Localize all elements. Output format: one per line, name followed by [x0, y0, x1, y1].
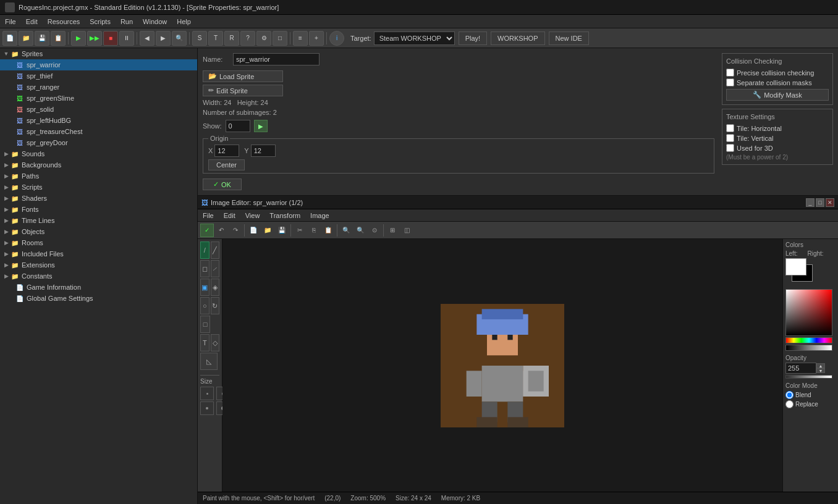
ie-new-btn[interactable]: 📄 — [247, 224, 260, 237]
tree-item-spr-warrior[interactable]: 🖼 spr_warrior — [0, 59, 197, 70]
sprite-name-input[interactable] — [233, 53, 320, 65]
hue-slider[interactable] — [785, 337, 832, 343]
size-dot-4[interactable] — [200, 401, 214, 415]
tree-globalgame[interactable]: 📄 Global Game Settings — [0, 293, 197, 304]
tree-item-spr-thief[interactable]: 🖼 spr_thief — [0, 70, 197, 82]
target-select[interactable]: Steam WORKSHOP — [374, 32, 455, 45]
fill-tool[interactable]: ▣ — [200, 279, 210, 296]
close-button[interactable]: ✕ — [826, 198, 834, 207]
ok-button[interactable]: ✓ OK — [203, 178, 242, 190]
rect-btn[interactable]: □ — [273, 31, 287, 46]
ref-btn[interactable]: R — [224, 31, 239, 46]
script-btn[interactable]: S — [192, 31, 207, 46]
menu-run[interactable]: Run — [116, 15, 138, 28]
ie-open-btn[interactable]: 📁 — [261, 224, 274, 237]
tree-constants-folder[interactable]: ▶ 📁 Constants — [0, 271, 197, 282]
minimize-button[interactable]: _ — [806, 198, 815, 207]
run-btn[interactable]: ▶ — [71, 31, 86, 46]
tree-item-spr-ranger[interactable]: 🖼 spr_ranger — [0, 82, 197, 93]
ie-undo-btn[interactable]: ↶ — [214, 224, 228, 237]
tree-rooms-folder[interactable]: ▶ 📁 Rooms — [0, 237, 197, 248]
tree-item-spr-lefthud[interactable]: 🖼 spr_leftHudBG — [0, 115, 197, 126]
tree-item-spr-greenslime[interactable]: 🖼 spr_greenSlime — [0, 93, 197, 104]
back-btn[interactable]: ◀ — [140, 31, 154, 46]
settings-btn[interactable]: ⚙ — [256, 31, 271, 46]
save-btn[interactable]: 💾 — [35, 31, 49, 46]
replace-radio[interactable] — [785, 400, 794, 408]
tree-included-folder[interactable]: ▶ 📁 Included Files — [0, 248, 197, 259]
opacity-input[interactable] — [785, 363, 816, 374]
ie-confirm-btn[interactable]: ✓ — [200, 224, 214, 237]
tree-paths-folder[interactable]: ▶ 📁 Paths — [0, 170, 197, 182]
opacity-bar[interactable] — [785, 375, 832, 379]
ie-menu-edit[interactable]: Edit — [219, 209, 240, 221]
modify-mask-button[interactable]: 🔧 Modify Mask — [726, 89, 829, 101]
add-btn[interactable]: + — [309, 31, 324, 46]
ie-zoom-reset-btn[interactable]: ⊙ — [368, 224, 381, 237]
diamond-tool[interactable]: ◇ — [211, 334, 220, 351]
precise-collision-checkbox[interactable] — [726, 69, 734, 77]
ie-save-btn[interactable]: 💾 — [275, 224, 289, 237]
ie-cut-btn[interactable]: ✂ — [293, 224, 307, 237]
forward-btn[interactable]: ▶ — [156, 31, 171, 46]
new-btn[interactable]: 📄 — [2, 31, 17, 46]
tile-vertical-checkbox[interactable] — [726, 134, 734, 142]
tree-fonts-folder[interactable]: ▶ 📁 Fonts — [0, 204, 197, 215]
menu-help[interactable]: Help — [172, 15, 196, 28]
show-input[interactable] — [226, 120, 250, 132]
ie-menu-file[interactable]: File — [198, 209, 219, 221]
edit-sprite-button[interactable]: ✏ Edit Sprite — [203, 85, 283, 96]
ie-menu-view[interactable]: View — [240, 209, 265, 221]
tree-item-spr-treasure[interactable]: 🖼 spr_treasureChest — [0, 126, 197, 137]
text-btn[interactable]: T — [208, 31, 223, 46]
play-button[interactable]: Play! — [459, 32, 487, 45]
search-btn[interactable]: 🔍 — [172, 31, 187, 46]
ie-paste-btn[interactable]: 📋 — [321, 224, 335, 237]
run-debug-btn[interactable]: ▶▶ — [87, 31, 102, 46]
ie-extra-btn[interactable] — [211, 316, 219, 329]
menu-file[interactable]: File — [0, 15, 21, 28]
ie-zoom-out-btn[interactable]: 🔍 — [353, 224, 367, 237]
line-tool[interactable]: ╱ — [211, 242, 220, 259]
newide-button[interactable]: New IDE — [549, 32, 589, 45]
help-btn[interactable]: ? — [240, 31, 255, 46]
ie-redo-btn[interactable]: ↷ — [229, 224, 242, 237]
tree-backgrounds-folder[interactable]: ▶ 📁 Backgrounds — [0, 159, 197, 170]
erase-tool[interactable]: ◻ — [200, 260, 210, 277]
tree-shaders-folder[interactable]: ▶ 📁 Shaders — [0, 193, 197, 204]
maximize-button[interactable]: □ — [816, 198, 824, 207]
tile-horizontal-checkbox[interactable] — [726, 124, 734, 132]
menu-scripts[interactable]: Scripts — [85, 15, 116, 28]
tree-sounds-folder[interactable]: ▶ 📁 Sounds — [0, 148, 197, 159]
rotate-tool[interactable]: ↻ — [211, 297, 220, 314]
tree-gameinfo[interactable]: 📄 Game Information — [0, 282, 197, 293]
ie-grid-btn[interactable]: ⊞ — [386, 224, 399, 237]
front-color-swatch[interactable] — [785, 258, 806, 275]
menu-window[interactable]: Window — [138, 15, 172, 28]
ie-zoom-in-btn[interactable]: 🔍 — [339, 224, 353, 237]
menu-edit[interactable]: Edit — [21, 15, 43, 28]
stop-btn[interactable]: ■ — [103, 31, 118, 46]
tree-extensions-folder[interactable]: ▶ 📁 Extensions — [0, 259, 197, 271]
select-color-tool[interactable]: ◈ — [211, 279, 220, 296]
color-picker-gradient[interactable] — [785, 289, 832, 336]
menu-resources[interactable]: Resources — [43, 15, 85, 28]
pencil-tool[interactable]: / — [200, 242, 210, 259]
ie-menu-transform[interactable]: Transform — [265, 209, 305, 221]
tree-sprites-folder[interactable]: ▼ 📁 Sprites — [0, 48, 197, 59]
tree-item-spr-solid[interactable]: 🖼 spr_solid — [0, 104, 197, 115]
show-arrow-btn[interactable]: ▶ — [254, 120, 268, 132]
tree-item-spr-greydoor[interactable]: 🖼 spr_greyDoor — [0, 137, 197, 148]
separate-masks-checkbox[interactable] — [726, 78, 734, 86]
x-input[interactable] — [214, 145, 239, 157]
diagonal-tool[interactable]: ⟋ — [211, 260, 220, 277]
load-sprite-button[interactable]: 📂 Load Sprite — [203, 70, 283, 82]
tree-scripts-folder[interactable]: ▶ 📁 Scripts — [0, 182, 197, 193]
center-button[interactable]: Center — [208, 159, 245, 170]
ie-copy-btn[interactable]: ⎘ — [307, 224, 321, 237]
y-input[interactable] — [251, 145, 276, 157]
tree-timelines-folder[interactable]: ▶ 📁 Time Lines — [0, 215, 197, 226]
circle-tool[interactable]: ○ — [200, 297, 210, 314]
workshop-button[interactable]: WORKSHOP — [491, 32, 544, 45]
blend-radio[interactable] — [785, 391, 794, 399]
